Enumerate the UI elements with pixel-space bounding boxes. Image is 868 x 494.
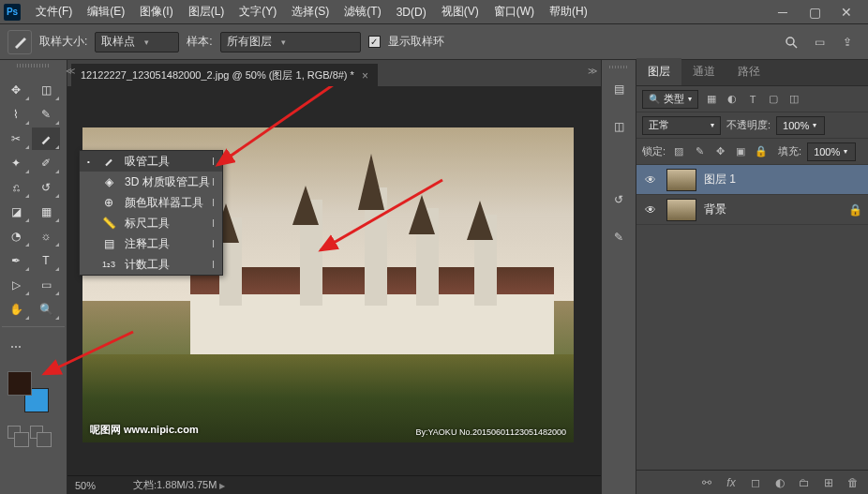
- flyout-3d-eyedropper[interactable]: ◈ 3D 材质吸管工具I: [80, 172, 222, 192]
- gradient-tool[interactable]: ▦: [32, 201, 60, 223]
- menu-filter[interactable]: 滤镜(T): [337, 0, 388, 23]
- fill-input[interactable]: 100%▾: [807, 142, 856, 161]
- layer-style-icon[interactable]: fx: [724, 475, 739, 490]
- default-colors-icon[interactable]: [7, 426, 21, 439]
- menu-3d[interactable]: 3D(D): [389, 2, 434, 22]
- document-tab[interactable]: 12122227_123051482000_2.jpg @ 50% (图层 1,…: [71, 64, 378, 86]
- healing-brush-tool[interactable]: ✦: [2, 152, 30, 174]
- layer-thumbnail[interactable]: [666, 199, 696, 221]
- adjustment-layer-icon[interactable]: ◐: [772, 475, 787, 490]
- search-icon[interactable]: [784, 35, 799, 50]
- layer-row[interactable]: 👁 图层 1: [636, 165, 868, 195]
- tab-channels[interactable]: 通道: [681, 58, 726, 85]
- type-tool[interactable]: T: [32, 249, 60, 272]
- properties-panel-icon[interactable]: ✎: [608, 227, 629, 247]
- menu-view[interactable]: 视图(V): [434, 0, 486, 23]
- history-panel-icon[interactable]: ↺: [608, 189, 629, 210]
- new-layer-icon[interactable]: ⊞: [821, 475, 836, 490]
- color-swatches[interactable]: [7, 371, 64, 418]
- quick-select-tool[interactable]: ✎: [32, 103, 60, 126]
- current-tool-icon[interactable]: [7, 30, 32, 54]
- delete-layer-icon[interactable]: 🗑: [846, 475, 861, 490]
- pen-tool[interactable]: ✒: [2, 249, 30, 272]
- sample-size-dropdown[interactable]: 取样点▾: [95, 32, 179, 52]
- menu-type[interactable]: 文字(Y): [232, 0, 284, 23]
- filter-pixel-icon[interactable]: ▦: [704, 92, 719, 107]
- lock-position-icon[interactable]: ✥: [712, 144, 727, 159]
- flyout-note[interactable]: ▤ 注释工具I: [80, 233, 222, 254]
- marquee-tool[interactable]: ◫: [32, 79, 60, 101]
- flyout-eyedropper[interactable]: • 吸管工具I: [80, 151, 222, 172]
- tab-scroll-icon[interactable]: ≪: [66, 66, 75, 76]
- layer-thumbnail[interactable]: [666, 169, 696, 191]
- blend-mode-dropdown[interactable]: 正常▾: [642, 116, 721, 135]
- status-bar: 50% 文档:1.88M/3.75M ▶: [67, 475, 601, 494]
- menu-image[interactable]: 图像(I): [132, 0, 180, 23]
- status-menu-icon[interactable]: ▶: [219, 482, 225, 490]
- sample-size-label: 取样大小:: [39, 34, 87, 50]
- eraser-tool[interactable]: ◪: [2, 201, 30, 223]
- filter-adjust-icon[interactable]: ◐: [725, 92, 740, 107]
- tab-layers[interactable]: 图层: [636, 58, 681, 85]
- path-select-tool[interactable]: ▷: [2, 274, 30, 296]
- layer-filter-dropdown[interactable]: 🔍类型▾: [642, 90, 698, 109]
- lasso-tool[interactable]: ⌇: [2, 103, 30, 126]
- menu-select[interactable]: 选择(S): [284, 0, 337, 23]
- crop-tool[interactable]: ✂: [2, 127, 30, 150]
- show-ring-checkbox[interactable]: ✓: [368, 36, 381, 48]
- panel-grip[interactable]: [17, 64, 51, 67]
- minimize-button[interactable]: ─: [772, 4, 793, 21]
- canvas-viewport[interactable]: 呢图网 www.nipic.com By:YAOKU No.2015060112…: [67, 86, 601, 475]
- collapse-icon[interactable]: ≫: [588, 66, 597, 76]
- layer-name[interactable]: 背景: [704, 202, 726, 217]
- zoom-tool[interactable]: 🔍: [32, 298, 60, 321]
- filter-type-icon[interactable]: T: [745, 92, 760, 107]
- lock-all-icon[interactable]: 🔒: [754, 144, 769, 159]
- close-button[interactable]: ✕: [836, 4, 857, 21]
- workspace-icon[interactable]: ▭: [812, 35, 827, 50]
- visibility-toggle[interactable]: 👁: [642, 172, 659, 188]
- doc-size-label: 文档:1.88M/3.75M: [133, 479, 217, 490]
- dodge-tool[interactable]: ☼: [32, 225, 60, 247]
- zoom-level[interactable]: 50%: [75, 480, 96, 491]
- menu-file[interactable]: 文件(F): [28, 0, 80, 23]
- link-layers-icon[interactable]: ⚯: [699, 475, 714, 490]
- group-icon[interactable]: 🗀: [797, 475, 812, 490]
- lock-paint-icon[interactable]: ✎: [692, 144, 707, 159]
- filter-smart-icon[interactable]: ◫: [786, 92, 801, 107]
- tab-paths[interactable]: 路径: [726, 58, 771, 85]
- move-tool[interactable]: ✥: [2, 79, 30, 101]
- maximize-button[interactable]: ▢: [804, 4, 825, 21]
- hand-tool[interactable]: ✋: [2, 298, 30, 321]
- share-icon[interactable]: ⇪: [840, 35, 855, 50]
- color-panel-icon[interactable]: ▤: [608, 79, 629, 99]
- blur-tool[interactable]: ◔: [2, 225, 30, 247]
- layer-name[interactable]: 图层 1: [704, 172, 736, 187]
- brush-tool[interactable]: ✐: [32, 152, 60, 174]
- flyout-count[interactable]: 1₂3 计数工具I: [80, 254, 222, 275]
- panel-grip[interactable]: [609, 66, 628, 68]
- history-brush-tool[interactable]: ↺: [32, 176, 60, 199]
- opacity-input[interactable]: 100%▾: [776, 116, 825, 135]
- lock-transparent-icon[interactable]: ▨: [671, 144, 686, 159]
- flyout-color-sampler[interactable]: ⊕ 颜色取样器工具I: [80, 192, 222, 213]
- shape-tool[interactable]: ▭: [32, 274, 60, 296]
- menu-help[interactable]: 帮助(H): [542, 0, 595, 23]
- menu-layer[interactable]: 图层(L): [181, 0, 232, 23]
- menu-edit[interactable]: 编辑(E): [80, 0, 132, 23]
- eyedropper-tool[interactable]: [32, 127, 60, 150]
- swatches-panel-icon[interactable]: ◫: [608, 116, 629, 137]
- close-tab-icon[interactable]: ×: [362, 69, 368, 82]
- clone-stamp-tool[interactable]: ⎌: [2, 176, 30, 199]
- layer-mask-icon[interactable]: ◻: [748, 475, 763, 490]
- menu-window[interactable]: 窗口(W): [486, 0, 542, 23]
- sample-dropdown[interactable]: 所有图层▾: [220, 32, 361, 52]
- flyout-ruler[interactable]: 📏 标尺工具I: [80, 213, 222, 233]
- lock-artboard-icon[interactable]: ▣: [733, 144, 748, 159]
- foreground-color-swatch[interactable]: [7, 371, 32, 396]
- filter-shape-icon[interactable]: ▢: [766, 92, 781, 107]
- swap-colors-icon[interactable]: [30, 426, 43, 439]
- edit-toolbar[interactable]: ⋯: [2, 336, 30, 358]
- layer-row[interactable]: 👁 背景 🔒: [636, 195, 868, 225]
- visibility-toggle[interactable]: 👁: [642, 202, 659, 218]
